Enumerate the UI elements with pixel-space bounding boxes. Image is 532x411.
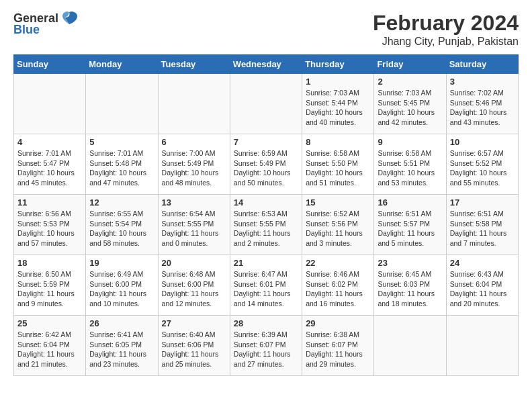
day-info: Sunrise: 6:47 AM Sunset: 6:01 PM Dayligh… xyxy=(234,269,298,309)
month-title: February 2024 xyxy=(373,11,519,36)
day-cell-23: 23Sunrise: 6:45 AM Sunset: 6:03 PM Dayli… xyxy=(374,255,446,316)
location-title: Jhang City, Punjab, Pakistan xyxy=(373,36,519,48)
day-number: 17 xyxy=(450,197,515,208)
day-number: 9 xyxy=(378,137,442,147)
day-cell-14: 14Sunrise: 6:53 AM Sunset: 5:55 PM Dayli… xyxy=(230,195,302,255)
day-cell-13: 13Sunrise: 6:54 AM Sunset: 5:55 PM Dayli… xyxy=(158,195,230,255)
day-number: 4 xyxy=(17,137,82,147)
day-number: 12 xyxy=(89,197,154,208)
day-number: 8 xyxy=(306,137,370,147)
day-number: 3 xyxy=(450,77,515,87)
week-row-1: 1Sunrise: 7:03 AM Sunset: 5:44 PM Daylig… xyxy=(14,74,519,134)
day-cell-15: 15Sunrise: 6:52 AM Sunset: 5:56 PM Dayli… xyxy=(302,195,374,255)
day-info: Sunrise: 6:40 AM Sunset: 6:06 PM Dayligh… xyxy=(162,330,226,369)
day-cell-29: 29Sunrise: 6:38 AM Sunset: 6:07 PM Dayli… xyxy=(302,316,374,376)
page-header: General Blue February 2024 Jhang City, P… xyxy=(13,11,519,48)
day-number: 6 xyxy=(162,137,226,147)
day-number: 10 xyxy=(450,137,515,147)
day-number: 21 xyxy=(234,258,298,268)
day-number: 23 xyxy=(378,258,442,268)
day-info: Sunrise: 6:49 AM Sunset: 6:00 PM Dayligh… xyxy=(89,269,154,309)
day-info: Sunrise: 6:51 AM Sunset: 5:58 PM Dayligh… xyxy=(450,209,515,248)
day-cell-6: 6Sunrise: 7:00 AM Sunset: 5:49 PM Daylig… xyxy=(158,134,230,195)
day-info: Sunrise: 6:43 AM Sunset: 6:04 PM Dayligh… xyxy=(450,269,515,309)
day-info: Sunrise: 6:52 AM Sunset: 5:56 PM Dayligh… xyxy=(306,209,370,248)
day-cell-19: 19Sunrise: 6:49 AM Sunset: 6:00 PM Dayli… xyxy=(86,255,158,316)
day-info: Sunrise: 6:58 AM Sunset: 5:51 PM Dayligh… xyxy=(378,148,442,188)
day-info: Sunrise: 6:41 AM Sunset: 6:05 PM Dayligh… xyxy=(89,330,154,369)
day-number: 24 xyxy=(450,258,515,268)
day-cell-18: 18Sunrise: 6:50 AM Sunset: 5:59 PM Dayli… xyxy=(14,255,86,316)
day-cell-27: 27Sunrise: 6:40 AM Sunset: 6:06 PM Dayli… xyxy=(158,316,230,376)
day-number: 26 xyxy=(89,318,154,328)
day-info: Sunrise: 6:59 AM Sunset: 5:49 PM Dayligh… xyxy=(234,148,298,188)
empty-cell xyxy=(230,74,302,134)
day-info: Sunrise: 7:01 AM Sunset: 5:48 PM Dayligh… xyxy=(89,148,154,188)
day-cell-17: 17Sunrise: 6:51 AM Sunset: 5:58 PM Dayli… xyxy=(446,195,518,255)
day-number: 28 xyxy=(234,318,298,328)
day-info: Sunrise: 7:03 AM Sunset: 5:45 PM Dayligh… xyxy=(378,88,442,128)
week-row-3: 11Sunrise: 6:56 AM Sunset: 5:53 PM Dayli… xyxy=(14,195,519,255)
day-cell-2: 2Sunrise: 7:03 AM Sunset: 5:45 PM Daylig… xyxy=(374,74,446,134)
logo-bird-icon xyxy=(60,11,79,26)
day-number: 29 xyxy=(306,318,370,328)
day-info: Sunrise: 7:01 AM Sunset: 5:47 PM Dayligh… xyxy=(17,148,82,188)
day-info: Sunrise: 7:00 AM Sunset: 5:49 PM Dayligh… xyxy=(162,148,226,188)
weekday-header-friday: Friday xyxy=(374,55,446,74)
day-number: 11 xyxy=(17,197,82,208)
day-cell-28: 28Sunrise: 6:39 AM Sunset: 6:07 PM Dayli… xyxy=(230,316,302,376)
day-cell-25: 25Sunrise: 6:42 AM Sunset: 6:04 PM Dayli… xyxy=(14,316,86,376)
day-number: 25 xyxy=(17,318,82,328)
day-info: Sunrise: 7:02 AM Sunset: 5:46 PM Dayligh… xyxy=(450,88,515,128)
day-info: Sunrise: 6:53 AM Sunset: 5:55 PM Dayligh… xyxy=(234,209,298,248)
day-cell-4: 4Sunrise: 7:01 AM Sunset: 5:47 PM Daylig… xyxy=(14,134,86,195)
day-info: Sunrise: 6:51 AM Sunset: 5:57 PM Dayligh… xyxy=(378,209,442,248)
week-row-5: 25Sunrise: 6:42 AM Sunset: 6:04 PM Dayli… xyxy=(14,316,519,376)
day-cell-1: 1Sunrise: 7:03 AM Sunset: 5:44 PM Daylig… xyxy=(302,74,374,134)
day-number: 16 xyxy=(378,197,442,208)
day-info: Sunrise: 6:45 AM Sunset: 6:03 PM Dayligh… xyxy=(378,269,442,309)
day-number: 1 xyxy=(306,77,370,87)
day-cell-7: 7Sunrise: 6:59 AM Sunset: 5:49 PM Daylig… xyxy=(230,134,302,195)
day-number: 13 xyxy=(162,197,226,208)
week-row-2: 4Sunrise: 7:01 AM Sunset: 5:47 PM Daylig… xyxy=(14,134,519,195)
day-info: Sunrise: 6:48 AM Sunset: 6:00 PM Dayligh… xyxy=(162,269,226,309)
weekday-header-sunday: Sunday xyxy=(14,55,86,74)
day-number: 14 xyxy=(234,197,298,208)
day-number: 2 xyxy=(378,77,442,87)
day-info: Sunrise: 6:58 AM Sunset: 5:50 PM Dayligh… xyxy=(306,148,370,188)
weekday-header-tuesday: Tuesday xyxy=(158,55,230,74)
empty-cell xyxy=(374,316,446,376)
empty-cell xyxy=(14,74,86,134)
day-number: 19 xyxy=(89,258,154,268)
weekday-header-row: SundayMondayTuesdayWednesdayThursdayFrid… xyxy=(14,55,519,74)
weekday-header-wednesday: Wednesday xyxy=(230,55,302,74)
calendar-table: SundayMondayTuesdayWednesdayThursdayFrid… xyxy=(13,54,519,376)
day-info: Sunrise: 6:50 AM Sunset: 5:59 PM Dayligh… xyxy=(17,269,82,309)
day-cell-21: 21Sunrise: 6:47 AM Sunset: 6:01 PM Dayli… xyxy=(230,255,302,316)
day-info: Sunrise: 6:46 AM Sunset: 6:02 PM Dayligh… xyxy=(306,269,370,309)
weekday-header-monday: Monday xyxy=(86,55,158,74)
day-cell-8: 8Sunrise: 6:58 AM Sunset: 5:50 PM Daylig… xyxy=(302,134,374,195)
weekday-header-saturday: Saturday xyxy=(446,55,518,74)
day-cell-5: 5Sunrise: 7:01 AM Sunset: 5:48 PM Daylig… xyxy=(86,134,158,195)
day-number: 27 xyxy=(162,318,226,328)
day-cell-26: 26Sunrise: 6:41 AM Sunset: 6:05 PM Dayli… xyxy=(86,316,158,376)
day-info: Sunrise: 6:57 AM Sunset: 5:52 PM Dayligh… xyxy=(450,148,515,188)
day-info: Sunrise: 6:54 AM Sunset: 5:55 PM Dayligh… xyxy=(162,209,226,248)
day-cell-11: 11Sunrise: 6:56 AM Sunset: 5:53 PM Dayli… xyxy=(14,195,86,255)
day-cell-10: 10Sunrise: 6:57 AM Sunset: 5:52 PM Dayli… xyxy=(446,134,518,195)
day-info: Sunrise: 6:39 AM Sunset: 6:07 PM Dayligh… xyxy=(234,330,298,369)
empty-cell xyxy=(446,316,518,376)
day-info: Sunrise: 6:55 AM Sunset: 5:54 PM Dayligh… xyxy=(89,209,154,248)
day-number: 22 xyxy=(306,258,370,268)
day-cell-22: 22Sunrise: 6:46 AM Sunset: 6:02 PM Dayli… xyxy=(302,255,374,316)
day-cell-20: 20Sunrise: 6:48 AM Sunset: 6:00 PM Dayli… xyxy=(158,255,230,316)
day-number: 18 xyxy=(17,258,82,268)
day-cell-16: 16Sunrise: 6:51 AM Sunset: 5:57 PM Dayli… xyxy=(374,195,446,255)
day-cell-9: 9Sunrise: 6:58 AM Sunset: 5:51 PM Daylig… xyxy=(374,134,446,195)
day-cell-24: 24Sunrise: 6:43 AM Sunset: 6:04 PM Dayli… xyxy=(446,255,518,316)
day-info: Sunrise: 6:42 AM Sunset: 6:04 PM Dayligh… xyxy=(17,330,82,369)
empty-cell xyxy=(158,74,230,134)
logo: General Blue xyxy=(13,11,79,37)
